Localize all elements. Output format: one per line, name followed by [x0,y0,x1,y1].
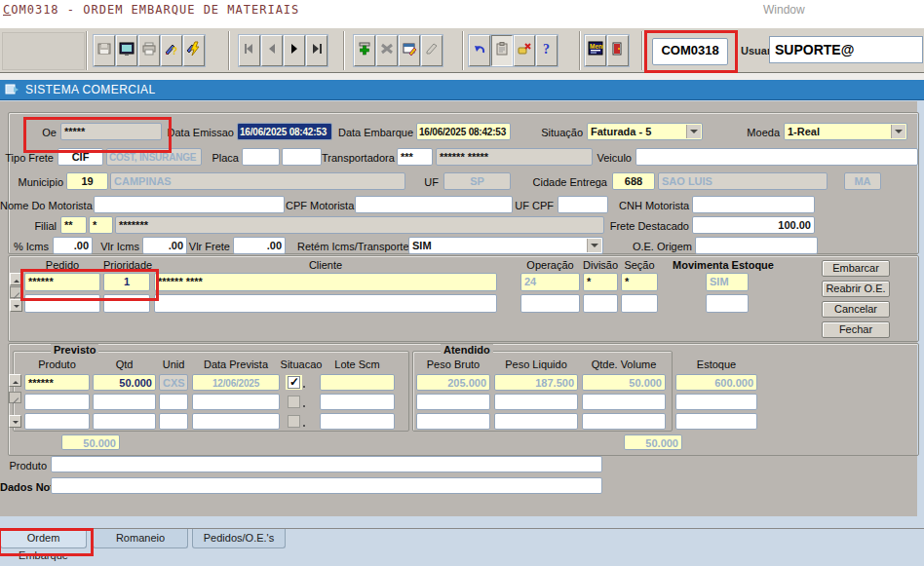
reabrir-oe-button[interactable]: Reabrir O.E. [822,281,890,297]
scroll-down-button[interactable] [9,415,21,428]
tipo-frete-field[interactable]: CIF [58,148,103,166]
cancelar-button[interactable]: Cancelar [822,301,890,318]
scroll-thumb[interactable] [9,392,21,403]
dropdown-arrow-icon[interactable] [587,239,601,252]
produto-cell[interactable]: ****** [24,374,90,391]
lote-scm-cell[interactable] [320,374,395,391]
delete-record-button[interactable] [376,35,398,66]
divisao-cell[interactable]: * [583,273,618,291]
lote-scm-cell[interactable] [320,394,395,410]
nav-next-button[interactable] [284,35,305,66]
estoque-cell: 600.000 [675,374,757,391]
transportadora-code-field[interactable]: *** [397,148,433,166]
menu-button[interactable]: Menu [585,35,606,66]
moeda-dropdown[interactable]: 1-Real [784,123,907,140]
scroll-down-button[interactable] [10,299,22,312]
enter-query-button[interactable]: ? [161,35,182,66]
qtd-cell[interactable] [93,413,156,430]
retem-icms-dropdown[interactable]: SIM [408,237,603,254]
operacao-cell[interactable]: 24 [520,273,580,291]
vlr-icms-field[interactable]: .00 [142,237,187,254]
insert-record-button[interactable] [354,35,375,66]
pct-icms-field[interactable]: .00 [53,237,93,254]
dados-nota-field[interactable] [51,477,602,494]
help-button[interactable]: ? [536,35,558,66]
secao-cell[interactable]: * [621,273,658,291]
data-embarque-field[interactable]: 16/06/2025 08:42:53 [416,123,511,140]
edit-record-button[interactable] [399,35,420,66]
tab-ordem-embarque[interactable]: Ordem Embarque [0,529,87,548]
nav-last-button[interactable] [306,35,327,66]
dropdown-arrow-icon[interactable] [686,125,701,138]
situacao-dropdown[interactable]: Faturada - 5 [587,123,703,140]
pedido-cell[interactable]: ****** [24,273,100,291]
embarcar-button[interactable]: Embarcar [822,260,890,277]
keys-icon [517,41,532,60]
svg-text:?: ? [543,42,550,57]
cpf-motorista-field[interactable] [355,196,513,213]
produto-cell[interactable] [24,394,90,410]
cidade-entrega-code-field[interactable]: 688 [612,172,655,190]
paste-button[interactable] [491,35,513,66]
program-code-field[interactable]: COM0318 [652,38,728,65]
cliente-cell[interactable] [154,294,497,313]
clear-record-icon [424,41,440,60]
screen-icon [119,41,135,60]
data-emissao-field[interactable]: 16/06/2025 08:42:53 [237,123,332,140]
frete-destacado-label: Frete Destacado [609,220,689,232]
cnh-motorista-field[interactable] [692,196,815,213]
nome-motorista-label: Nome Do Motorista [0,200,91,211]
placa-field-2[interactable] [282,148,322,166]
vlr-frete-field[interactable]: .00 [233,237,286,254]
nav-first-icon [242,41,257,60]
movimenta-cell[interactable]: SIM [706,273,749,291]
filial-code2-field[interactable]: * [89,216,113,234]
screen-button[interactable] [116,35,137,66]
produto-cell[interactable] [24,413,90,430]
clear-record-button[interactable] [421,35,443,66]
dropdown-arrow-icon[interactable] [891,125,905,138]
tab-romaneio[interactable]: Romaneio [93,529,188,548]
qtd-cell[interactable] [93,394,156,410]
oe-field[interactable]: ***** [60,123,162,140]
produto-header: Produto [24,358,90,370]
save-button[interactable] [94,35,115,66]
veiculo-field[interactable] [635,148,918,166]
nav-prev-button[interactable] [261,35,283,66]
uf-cpf-field[interactable] [558,196,608,213]
nome-motorista-field[interactable] [94,196,285,213]
print-button[interactable] [138,35,160,66]
secao-cell[interactable] [621,294,658,313]
usuario-field[interactable]: SUPORTE@ [769,36,923,63]
prioridade-cell[interactable]: 1 [103,273,150,291]
scroll-thumb[interactable] [10,286,22,298]
placa-field-1[interactable] [242,148,280,166]
filial-code1-field[interactable]: ** [60,216,87,234]
nav-first-button[interactable] [239,35,260,66]
scroll-up-button[interactable] [9,374,21,387]
frete-destacado-field[interactable]: 100.00 [692,216,815,234]
exit-button[interactable] [607,35,629,66]
situacao-checkbox [288,396,300,408]
produto-desc-field[interactable] [51,456,602,472]
scroll-up-button[interactable] [10,273,22,285]
qtde-volume-total-field: 50.000 [624,434,682,450]
toolbar-bottom-strip [0,73,924,80]
fechar-button[interactable]: Fechar [822,321,890,338]
divisao-cell[interactable] [583,294,618,313]
lote-scm-cell[interactable] [320,413,395,430]
execute-query-button[interactable] [183,35,205,66]
tab-pedidos-oes[interactable]: Pedidos/O.E.'s [192,529,286,548]
situacao-checkbox[interactable] [288,376,300,389]
keys-button[interactable] [514,35,535,66]
movimenta-cell[interactable] [706,294,749,313]
prioridade-cell[interactable] [103,294,150,313]
pedido-cell[interactable] [24,294,100,313]
undo-button[interactable] [469,35,490,66]
operacao-cell[interactable] [520,294,580,313]
oe-origem-field[interactable] [695,237,818,254]
qtd-cell[interactable]: 50.000 [93,374,156,391]
menu-window[interactable]: Window [763,3,805,17]
municipio-code-field[interactable]: 19 [66,172,108,190]
cliente-cell[interactable]: ****** **** [154,273,497,291]
